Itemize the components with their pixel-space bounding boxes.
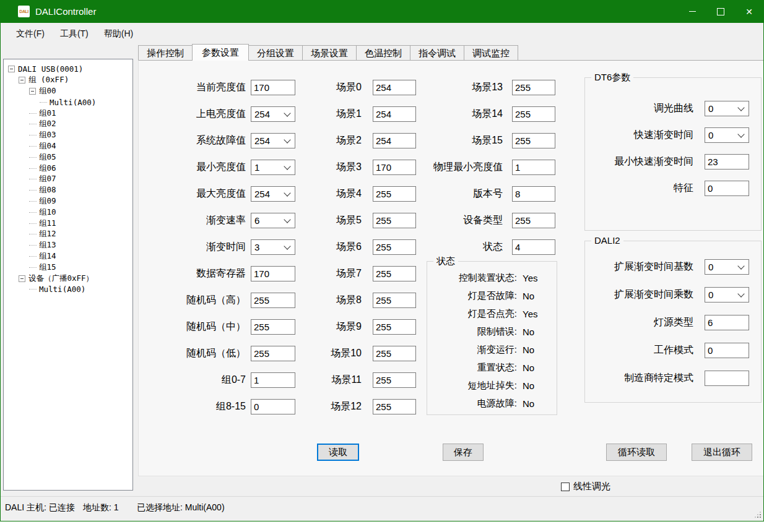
host-status: DALI 主机: 已连接 bbox=[5, 502, 75, 513]
menu-file[interactable]: 文件(F) bbox=[9, 25, 52, 41]
physical-min-brightness-input[interactable] bbox=[512, 160, 555, 175]
scene-0-input[interactable] bbox=[373, 80, 416, 95]
scene-4-input[interactable] bbox=[373, 186, 416, 202]
scene-7-input[interactable] bbox=[373, 266, 416, 281]
fade-time-combobox[interactable]: 3 bbox=[251, 239, 295, 255]
reset-state-label: 重置状态: bbox=[427, 362, 517, 374]
tree-item[interactable]: 组00 bbox=[4, 86, 132, 97]
scene-10-input[interactable] bbox=[373, 346, 416, 361]
scene-2-input[interactable] bbox=[373, 133, 416, 148]
tree-item[interactable]: DALI USB(0001) bbox=[4, 64, 132, 75]
random-code-high-input[interactable] bbox=[251, 293, 295, 308]
tab-color-temp-control[interactable]: 色温控制 bbox=[356, 45, 410, 60]
extended-fade-time-multiplier-combobox[interactable]: 0 bbox=[705, 287, 749, 302]
scene-3-input[interactable] bbox=[373, 160, 416, 175]
manufacturer-specific-mode-input[interactable] bbox=[705, 371, 749, 386]
tree-item[interactable]: 组04 bbox=[4, 141, 132, 152]
tab-grouping-settings[interactable]: 分组设置 bbox=[248, 45, 303, 60]
tree-item[interactable]: 组13 bbox=[4, 240, 132, 251]
loop-read-button[interactable]: 循环读取 bbox=[606, 444, 667, 461]
operating-mode-input[interactable] bbox=[705, 343, 749, 358]
scene-6-input[interactable] bbox=[373, 239, 416, 255]
status-value-input[interactable] bbox=[512, 239, 555, 255]
tab-operation-control[interactable]: 操作控制 bbox=[138, 45, 193, 60]
tab-command-debug[interactable]: 指令调试 bbox=[410, 45, 464, 60]
scene-14-input[interactable] bbox=[512, 106, 555, 122]
tree-expander-icon[interactable] bbox=[19, 275, 25, 282]
tree-item[interactable]: 设备（广播0xFF） bbox=[4, 273, 132, 284]
save-button[interactable]: 保存 bbox=[443, 444, 484, 461]
scene-11-input[interactable] bbox=[373, 372, 416, 388]
tree-item[interactable]: 组11 bbox=[4, 218, 132, 229]
scene-12-label: 场景12 bbox=[309, 400, 362, 413]
group-0-7-input[interactable] bbox=[251, 372, 295, 388]
tree-item[interactable]: 组06 bbox=[4, 163, 132, 174]
tree-item[interactable]: 组01 bbox=[4, 108, 132, 119]
random-code-low-input[interactable] bbox=[251, 346, 295, 361]
exit-loop-button[interactable]: 退出循环 bbox=[692, 444, 752, 461]
tab-debug-monitor[interactable]: 调试监控 bbox=[464, 45, 518, 60]
current-brightness-input[interactable] bbox=[251, 80, 295, 95]
scene-3-label: 场景3 bbox=[309, 161, 362, 174]
tree-item[interactable]: 组15 bbox=[4, 262, 132, 273]
chevron-down-icon bbox=[284, 136, 290, 143]
fast-fade-time-label: 快速渐变时间 bbox=[591, 129, 693, 142]
dimming-curve-combobox[interactable]: 0 bbox=[705, 101, 749, 116]
menu-help[interactable]: 帮助(H) bbox=[97, 25, 141, 41]
tree-item[interactable]: 组05 bbox=[4, 152, 132, 163]
tree-expander-icon[interactable] bbox=[29, 88, 36, 95]
dt6-groupbox: DT6参数 调光曲线0快速渐变时间0最小快速渐变时间特征 bbox=[584, 77, 762, 231]
maximize-button[interactable] bbox=[706, 0, 735, 23]
tree-item-label: Multi(A00) bbox=[50, 98, 96, 107]
min-fast-fade-time-input[interactable] bbox=[705, 154, 749, 169]
system-failure-level-combobox[interactable]: 254 bbox=[251, 133, 295, 148]
physical-min-brightness-label: 物理最小亮度值 bbox=[422, 161, 503, 174]
device-type-input[interactable] bbox=[512, 213, 555, 228]
scene-9-input[interactable] bbox=[373, 319, 416, 335]
scene-5-input[interactable] bbox=[373, 213, 416, 228]
scene-15-input[interactable] bbox=[512, 133, 555, 148]
extended-fade-time-base-combobox[interactable]: 0 bbox=[705, 259, 749, 275]
tree-item[interactable]: 组02 bbox=[4, 119, 132, 130]
resize-grip-icon[interactable] bbox=[760, 517, 761, 518]
close-button[interactable]: ✕ bbox=[735, 0, 763, 23]
tree-item[interactable]: 组14 bbox=[4, 251, 132, 262]
min-brightness-combobox[interactable]: 1 bbox=[251, 160, 295, 175]
minimize-button[interactable] bbox=[678, 0, 706, 23]
tree-item[interactable]: 组12 bbox=[4, 229, 132, 240]
scene-14-label: 场景14 bbox=[422, 108, 503, 121]
tree-item[interactable]: 组03 bbox=[4, 130, 132, 141]
tab-parameter-settings[interactable]: 参数设置 bbox=[192, 44, 249, 61]
scene-8-input[interactable] bbox=[373, 293, 416, 308]
tree-expander-icon[interactable] bbox=[8, 66, 15, 72]
scene-13-input[interactable] bbox=[512, 80, 555, 95]
read-button[interactable]: 读取 bbox=[317, 444, 359, 461]
fast-fade-time-combobox[interactable]: 0 bbox=[705, 127, 749, 143]
tree-item-label: 组07 bbox=[39, 174, 56, 184]
fade-rate-combobox[interactable]: 6 bbox=[251, 213, 295, 228]
tree-item[interactable]: Multi(A00) bbox=[4, 284, 132, 295]
tree-item[interactable]: 组08 bbox=[4, 185, 132, 196]
features-input[interactable] bbox=[705, 181, 749, 196]
menu-tools[interactable]: 工具(T) bbox=[53, 25, 96, 41]
tab-scene-settings[interactable]: 场景设置 bbox=[302, 45, 357, 60]
tree-item[interactable]: 组10 bbox=[4, 207, 132, 218]
light-source-type-input[interactable] bbox=[705, 315, 749, 330]
group-8-15-input[interactable] bbox=[251, 399, 295, 414]
tree-item[interactable]: 组07 bbox=[4, 174, 132, 185]
max-brightness-combobox[interactable]: 254 bbox=[251, 186, 295, 202]
scene-1-input[interactable] bbox=[373, 106, 416, 122]
tree-item[interactable]: 组09 bbox=[4, 196, 132, 207]
titlebar[interactable]: DALI DALIController ✕ bbox=[1, 0, 763, 23]
power-on-brightness-combobox[interactable]: 254 bbox=[251, 106, 295, 122]
reset-state-value: No bbox=[523, 363, 534, 373]
tree-item[interactable]: Multi(A00) bbox=[4, 97, 132, 108]
tree-item[interactable]: 组 (0xFF) bbox=[4, 75, 132, 86]
data-register-input[interactable] bbox=[251, 266, 295, 281]
random-code-mid-input[interactable] bbox=[251, 319, 295, 335]
fade-running-label: 渐变运行: bbox=[427, 344, 517, 356]
scene-12-input[interactable] bbox=[373, 399, 416, 414]
linear-dimming-checkbox[interactable]: 线性调光 bbox=[561, 481, 610, 492]
tree-expander-icon[interactable] bbox=[19, 77, 25, 84]
version-number-input[interactable] bbox=[512, 186, 555, 202]
